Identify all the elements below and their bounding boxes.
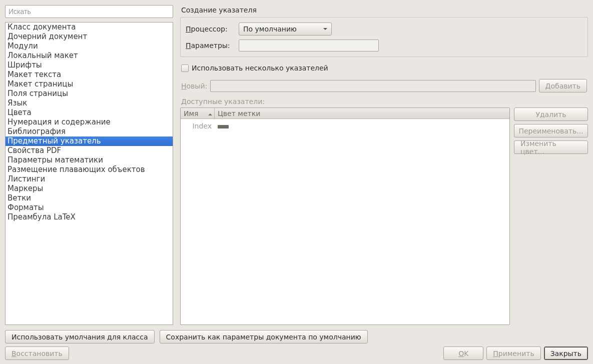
category-item[interactable]: Макет текста [6,70,173,80]
indexes-side-buttons: Удалить Переименовать... Изменить цвет..… [514,108,588,325]
use-class-defaults-button[interactable]: Использовать умолчания для класса [5,330,155,344]
col-color-header[interactable]: Цвет метки [215,108,509,118]
index-name-cell: Index [181,122,215,130]
category-item[interactable]: Поля страницы [6,89,173,98]
apply-button: Применить [486,346,540,360]
indexes-table[interactable]: Имя Цвет метки Index [180,108,510,325]
category-item[interactable]: Ветки [6,194,173,203]
color-swatch-icon [218,125,229,128]
processor-combo[interactable]: По умолчанию [239,22,332,36]
multiple-indexes-checkbox[interactable] [181,64,189,72]
processor-row: Процессор: По умолчанию [186,22,582,36]
category-item[interactable]: Локальный макет [6,51,173,60]
category-item[interactable]: Свойства PDF [6,146,173,156]
indexes-area: Имя Цвет метки Index Удалить Переименова… [180,108,588,325]
section-title: Создание указателя [180,5,588,17]
category-item[interactable]: Форматы [6,203,173,212]
settings-dialog: Класс документаДочерний документМодулиЛо… [0,0,593,364]
indexes-table-body: Index [181,119,509,324]
new-index-label: Новый: [181,82,207,90]
params-input[interactable] [239,40,379,52]
multiple-indexes-label: Использовать несколько указателей [192,64,328,72]
defaults-button-row: Использовать умолчания для класса Сохран… [5,330,588,344]
ok-button: OK [443,346,483,360]
change-color-button: Изменить цвет... [514,140,588,154]
restore-button: Восстановить [5,346,69,360]
close-button[interactable]: Закрыть [544,346,588,360]
category-item[interactable]: Модули [6,42,173,51]
category-item[interactable]: Библиография [6,127,173,136]
params-label: Параметры: [186,42,239,50]
new-index-row: Новый: Добавить [180,79,588,92]
category-item[interactable]: Предметный указатель [6,136,173,146]
category-item[interactable]: Размещение плавающих объектов [6,165,173,174]
category-item[interactable]: Класс документа [6,22,173,32]
add-button: Добавить [539,79,587,92]
top-area: Класс документаДочерний документМодулиЛо… [5,5,588,325]
available-indexes-label: Доступные указатели: [180,98,588,106]
category-item[interactable]: Нумерация и содержание [6,118,173,127]
table-row[interactable]: Index [181,121,509,131]
category-item[interactable]: Параметры математики [6,156,173,165]
indexes-table-header: Имя Цвет метки [181,108,509,119]
sort-ascending-icon [208,112,212,116]
category-item[interactable]: Макет страницы [6,80,173,89]
category-item[interactable]: Цвета [6,108,173,118]
processor-label: Процессор: [186,25,239,33]
category-item[interactable]: Преамбула LaTeX [6,212,173,222]
rename-button: Переименовать... [514,124,588,138]
category-item[interactable]: Шрифты [6,60,173,70]
search-input[interactable] [5,5,173,18]
delete-button: Удалить [514,108,588,121]
category-item[interactable]: Дочерний документ [6,32,173,42]
index-generation-group: Процессор: По умолчанию Параметры: [180,17,588,57]
category-item[interactable]: Листинги [6,174,173,184]
multiple-indexes-row[interactable]: Использовать несколько указателей [180,64,588,72]
new-index-input [210,80,535,92]
index-color-cell [215,122,232,130]
category-list[interactable]: Класс документаДочерний документМодулиЛо… [5,22,173,325]
right-panel: Создание указателя Процессор: По умолчан… [180,5,588,325]
dialog-button-row: Восстановить OK Применить Закрыть [5,346,588,360]
left-panel: Класс документаДочерний документМодулиЛо… [5,5,173,325]
category-item[interactable]: Язык [6,98,173,108]
params-row: Параметры: [186,40,582,52]
processor-value: По умолчанию [243,25,297,33]
category-item[interactable]: Маркеры [6,184,173,194]
save-as-defaults-button[interactable]: Сохранить как параметры документа по умо… [160,330,368,344]
col-name-header[interactable]: Имя [181,108,215,118]
